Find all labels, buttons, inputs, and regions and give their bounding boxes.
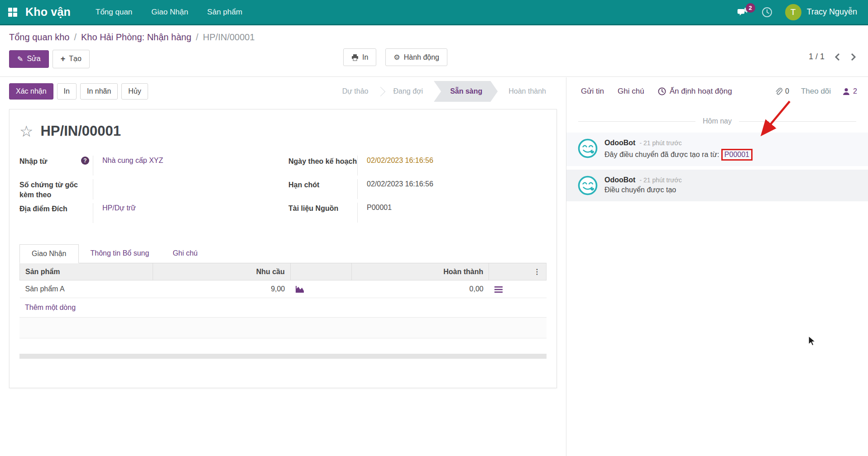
document-title: HP/IN/00001 [40,123,121,139]
field-destination-location: Địa điểm Đích HP/Dự trữ [19,203,278,223]
schedule-activity-label: Ấn định hoạt động [670,87,732,96]
forecast-chart-icon[interactable] [296,285,304,293]
pager-previous-icon[interactable] [834,53,840,61]
breadcrumb-separator: / [196,32,199,43]
create-button[interactable]: + Tạo [53,50,90,68]
field-source-document: Tài liệu Nguồn P00001 [288,203,547,223]
stage-ready-active[interactable]: Sẵn sàng [434,81,498,102]
printer-icon [351,54,359,61]
edit-button[interactable]: ✎ Sửa [9,50,49,68]
pager-next-icon[interactable] [851,53,856,61]
col-done[interactable]: Hoàn thành [351,263,489,280]
print-button[interactable]: In [343,48,376,66]
log-note-button[interactable]: Ghi chú [618,87,644,96]
main-menu: Tổng quan Giao Nhận Sản phẩm [86,0,252,24]
message-author[interactable]: OdooBot [604,139,635,147]
source-document-label: Tài liệu Nguồn [288,204,338,214]
breadcrumb-overview[interactable]: Tổng quan kho [9,32,69,43]
horizontal-scrollbar[interactable] [19,354,547,359]
attachments-button[interactable]: 0 [775,87,789,96]
messages-button[interactable]: 2 [737,7,749,17]
favorite-star-icon[interactable]: ☆ [19,124,33,139]
print-document-button[interactable]: In [57,83,77,100]
stage-done[interactable]: Hoàn thành [498,87,557,95]
stage-draft[interactable]: Dự thảo [331,87,379,95]
plus-icon: + [61,54,66,64]
chatter-pane: Gửi tin Ghi chú Ấn định hoạt động 0 Theo… [566,77,868,456]
breadcrumb: Tổng quan kho / Kho Hải Phòng: Nhận hàng… [9,32,859,43]
tab-additional-info[interactable]: Thông tin Bổ sung [79,244,161,263]
action-button[interactable]: ⚙ Hành động [385,48,447,66]
print-labels-button[interactable]: In nhãn [80,83,118,100]
source-document-value[interactable]: P00001 [357,203,547,223]
tab-note[interactable]: Ghi chú [161,244,209,263]
gear-icon: ⚙ [393,53,400,62]
scheduled-date-value[interactable]: 02/02/2023 16:16:56 [357,156,547,176]
date-divider: Hôm nay [578,117,856,125]
help-icon[interactable]: ? [81,157,89,165]
user-avatar: T [785,4,801,20]
messages-badge: 2 [746,3,755,13]
message-created-from[interactable]: OdooBot - 21 phút trước Đây điều chuyển … [566,133,868,166]
dest-location-link[interactable]: HP/Dự trữ [102,204,136,212]
breadcrumb-current: HP/IN/00001 [203,32,255,43]
app-brand[interactable]: Kho vận [25,5,71,19]
message-time: - 21 phút trước [639,176,681,184]
source-picking-link[interactable]: P00001 [724,151,749,158]
col-product[interactable]: Sản phẩm [20,263,153,280]
print-label: In [362,53,368,62]
dest-location-label: Địa điểm Đích [19,204,67,214]
cell-product[interactable]: Sản phẩm A [20,280,153,298]
deadline-value[interactable]: 02/02/2023 16:16:56 [357,179,547,199]
apps-grid-icon[interactable] [8,8,17,17]
follower-count: 2 [853,87,857,95]
optional-columns-icon[interactable]: ⋮ [533,268,541,276]
create-label: Tạo [69,55,82,63]
validate-button[interactable]: Xác nhận [9,83,53,100]
message-transfer-created[interactable]: OdooBot - 21 phút trước Điều chuyển được… [566,170,868,201]
deadline-label: Hạn chót [288,180,319,190]
odoobot-avatar [577,175,598,196]
pager: 1 / 1 [809,52,856,62]
send-message-button[interactable]: Gửi tin [581,87,604,96]
col-demand[interactable]: Nhu cầu [153,263,291,280]
field-scheduled-date: Ngày theo kế hoạch 02/02/2023 16:16:56 [288,156,547,176]
follower-person-icon [843,88,850,95]
user-name: Tracy Nguyễn [807,7,857,17]
follow-button[interactable]: Theo dõi [801,87,831,96]
pencil-icon: ✎ [17,55,23,63]
cell-demand[interactable]: 9,00 [153,280,291,298]
notebook-tabs: Giao Nhận Thông tin Bổ sung Ghi chú [19,244,547,263]
stage-waiting[interactable]: Đang đợi [382,87,434,95]
message-author[interactable]: OdooBot [604,176,635,184]
add-line-link[interactable]: Thêm một dòng [19,298,547,318]
field-deadline: Hạn chót 02/02/2023 16:16:56 [288,179,547,199]
menu-item-overview[interactable]: Tổng quan [86,0,142,24]
source-doc-value[interactable] [93,179,278,200]
attachment-count: 0 [785,87,789,95]
form-pane: Xác nhận In In nhãn Hủy Dự thảo Đang đợi… [0,77,566,456]
cell-done[interactable]: 0,00 [351,280,489,298]
cancel-button[interactable]: Hủy [121,83,148,100]
table-row[interactable]: Sản phẩm A 9,00 0,00 [20,280,547,298]
user-menu[interactable]: T Tracy Nguyễn [785,4,857,20]
annotation-red-box: P00001 [721,149,753,161]
partner-link[interactable]: Nhà cung cấp XYZ [102,157,163,164]
message-time: - 21 phút trước [639,139,681,147]
receive-from-label: Nhập từ [19,157,47,166]
field-source-document-attached: Số chứng từ gốc kèm theo [19,179,278,200]
paperclip-icon [775,87,782,96]
breadcrumb-operation[interactable]: Kho Hải Phòng: Nhận hàng [81,32,192,43]
empty-line[interactable] [19,318,547,338]
tab-operations[interactable]: Giao Nhận [19,244,79,263]
breadcrumb-separator: / [74,32,77,43]
activities-button[interactable] [762,7,772,18]
schedule-activity-button[interactable]: Ấn định hoạt động [658,87,732,96]
menu-item-transfers[interactable]: Giao Nhận [142,0,197,24]
detailed-operations-icon[interactable] [494,286,503,293]
status-bar: Dự thảo Đang đợi Sẵn sàng Hoàn thành [331,81,557,102]
menu-item-products[interactable]: Sản phẩm [198,0,252,24]
followers-button[interactable]: 2 [843,87,857,95]
activity-clock-icon [658,87,666,95]
date-divider-label: Hôm nay [703,117,732,125]
